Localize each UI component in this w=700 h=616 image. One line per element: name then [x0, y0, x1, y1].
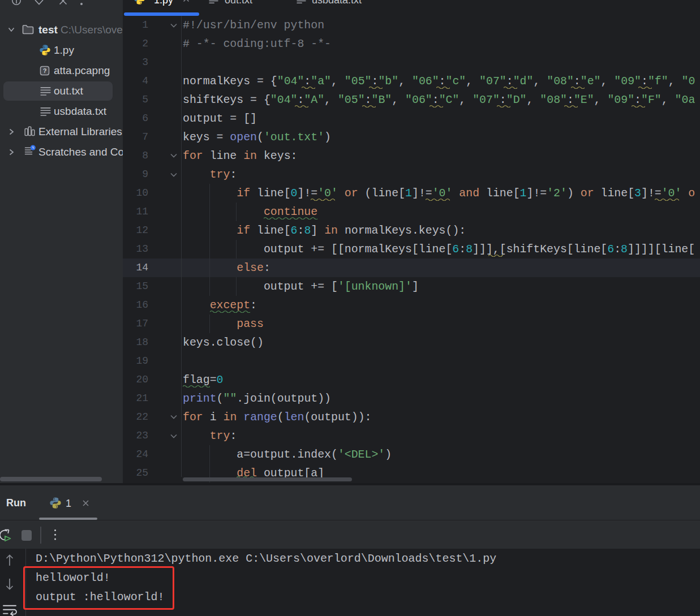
- svg-text:?: ?: [43, 67, 47, 74]
